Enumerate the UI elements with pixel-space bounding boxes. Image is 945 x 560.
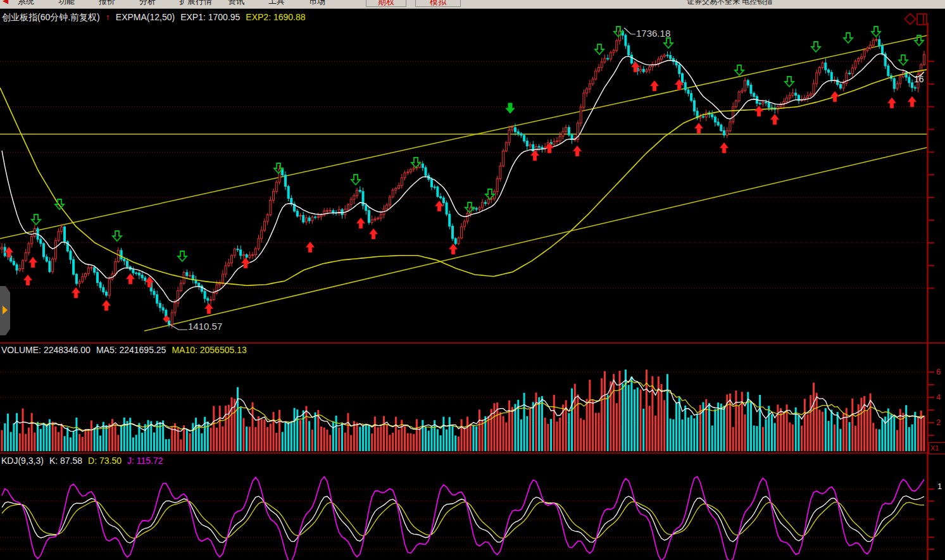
volume-header: VOLUME: 2248346.00MA5: 2241695.25MA10: 2… (1, 345, 253, 355)
window-icon[interactable] (917, 13, 927, 25)
high-price-annotation: 1736.18 (636, 28, 670, 39)
volume-axis-label-6: 6 (936, 367, 941, 376)
chart-canvas[interactable] (0, 0, 945, 560)
volume-ma10-value: MA10: 2056505.13 (172, 345, 246, 355)
trading-app-window: ◀ 系统功能报价分析扩展行情资讯工具市场 期权模拟 证券交易不全来 电控锁指 创… (0, 0, 945, 560)
indicator-name[interactable]: EXPMA(12,50) (116, 12, 175, 22)
main-chart-header: 创业板指(60分钟.前复权)↑EXPMA(12,50)EXP1: 1700.95… (2, 12, 311, 23)
sidebar-expand-handle[interactable] (0, 286, 10, 335)
kdj-j-value: J: 115.72 (127, 456, 163, 466)
volume-axis-label-4: 4 (936, 392, 941, 402)
volume-multiplier-box[interactable]: X1 (929, 442, 945, 454)
expand-arrow-icon (3, 306, 8, 314)
low-price-annotation: 1410.57 (188, 321, 222, 332)
up-arrow-icon: ↑ (106, 12, 110, 22)
exp1-value: EXP1: 1700.95 (180, 12, 240, 22)
volume-value: VOLUME: 2248346.00 (1, 345, 91, 355)
last-price-label: 16 (914, 74, 924, 84)
volume-axis-label-2: 2 (936, 418, 941, 427)
window-icon-divider (923, 15, 924, 24)
symbol-title: 创业板指(60分钟.前复权) (2, 12, 100, 22)
kdj-header: KDJ(9,3,3)K: 87.58D: 73.50J: 115.72 (1, 456, 169, 466)
kdj-d-value: D: 73.50 (88, 456, 122, 466)
kdj-k-value: K: 87.58 (49, 456, 82, 466)
volume-ma5-value: MA5: 2241695.25 (96, 345, 166, 355)
exp2-value: EXP2: 1690.88 (246, 12, 305, 22)
kdj-indicator-name[interactable]: KDJ(9,3,3) (1, 456, 44, 466)
kdj-axis-label: 1 (937, 482, 942, 491)
